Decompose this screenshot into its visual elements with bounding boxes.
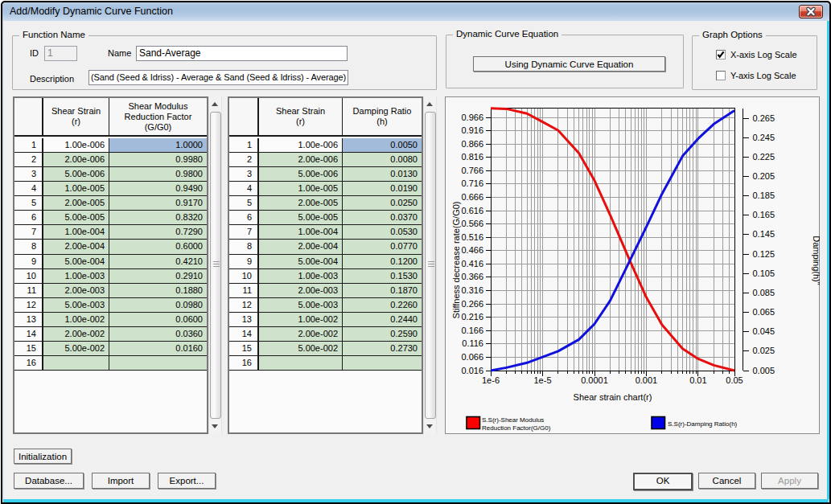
svg-text:0.05: 0.05	[726, 375, 743, 385]
svg-text:0.185: 0.185	[753, 191, 775, 200]
svg-text:0.666: 0.666	[461, 192, 483, 202]
svg-text:1e-5: 1e-5	[533, 375, 551, 385]
svg-text:0.066: 0.066	[461, 352, 483, 362]
svg-text:0.566: 0.566	[461, 219, 483, 228]
svg-text:0.245: 0.245	[753, 133, 775, 142]
svg-text:S.S(r)-Damping Ratio(h): S.S(r)-Damping Ratio(h)	[668, 420, 738, 428]
svg-text:0.085: 0.085	[753, 288, 775, 297]
svg-text:0.866: 0.866	[461, 139, 483, 149]
svg-text:0.125: 0.125	[753, 249, 775, 259]
svg-text:0.225: 0.225	[753, 152, 775, 162]
svg-text:0.316: 0.316	[461, 285, 483, 295]
svg-text:0.616: 0.616	[461, 206, 483, 215]
svg-text:0.116: 0.116	[462, 338, 483, 348]
svg-text:0.516: 0.516	[461, 232, 483, 242]
svg-text:0.466: 0.466	[461, 245, 483, 255]
svg-text:Shear strain chart(r): Shear strain chart(r)	[574, 392, 652, 402]
svg-text:0.716: 0.716	[461, 178, 483, 188]
svg-text:0.916: 0.916	[461, 125, 483, 135]
svg-text:0.205: 0.205	[753, 171, 775, 181]
svg-text:0.366: 0.366	[461, 272, 483, 281]
svg-text:0.766: 0.766	[461, 166, 483, 175]
svg-text:0.065: 0.065	[753, 307, 775, 317]
svg-text:0.005: 0.005	[753, 366, 775, 375]
svg-text:0.816: 0.816	[461, 152, 483, 162]
svg-text:0.966: 0.966	[461, 113, 483, 122]
svg-text:0.025: 0.025	[753, 346, 775, 355]
svg-text:0.216: 0.216	[461, 312, 483, 322]
svg-text:S.S(r)-Shear Modulus: S.S(r)-Shear Modulus	[482, 416, 544, 424]
svg-text:Reduction Factor(G/G0): Reduction Factor(G/G0)	[482, 424, 551, 432]
svg-text:0.265: 0.265	[753, 113, 775, 123]
svg-text:Stiffness decrease rate(G/G0): Stiffness decrease rate(G/G0)	[451, 202, 461, 319]
svg-text:0.145: 0.145	[753, 229, 775, 239]
svg-text:0.105: 0.105	[753, 268, 775, 278]
svg-text:0.416: 0.416	[461, 259, 483, 268]
svg-text:0.166: 0.166	[461, 326, 483, 335]
svg-text:0.001: 0.001	[636, 375, 658, 385]
svg-text:Damping(h)": Damping(h)"	[812, 236, 821, 285]
svg-text:0.045: 0.045	[753, 326, 775, 336]
svg-text:0.0001: 0.0001	[581, 375, 608, 385]
svg-text:0.01: 0.01	[689, 375, 706, 385]
svg-text:1e-6: 1e-6	[482, 375, 500, 385]
svg-text:0.016: 0.016	[461, 366, 483, 375]
svg-text:0.266: 0.266	[461, 299, 483, 309]
svg-text:0.165: 0.165	[753, 210, 775, 219]
